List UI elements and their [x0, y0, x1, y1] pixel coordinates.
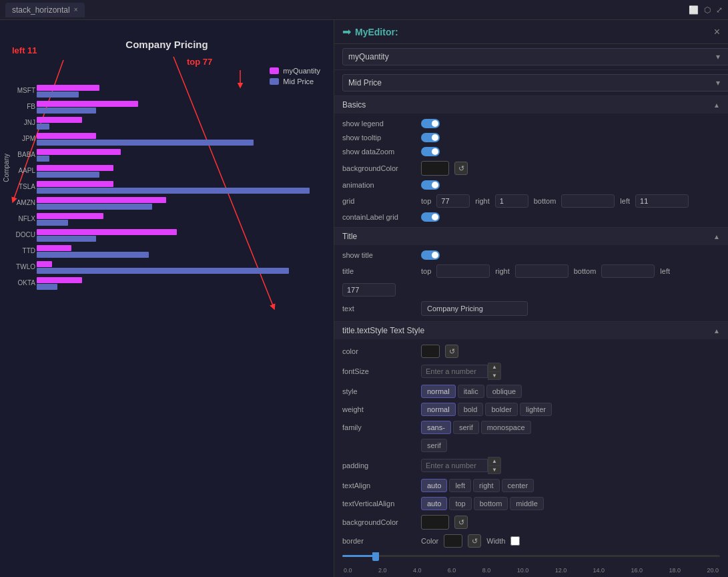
grid-top-input[interactable] — [436, 194, 470, 208]
bar-pink — [37, 181, 113, 187]
ts-textalign-row: textAlign auto left right center — [342, 479, 720, 492]
title-pos-row: title top right bottom left — [342, 264, 720, 297]
slider-tick-20: 20.0 — [707, 567, 719, 574]
bar-pink — [37, 165, 113, 171]
ts-weight-bold[interactable]: bold — [458, 403, 484, 416]
ts-bgcolor-label: backgroundColor — [342, 518, 416, 526]
chart-legend: myQuantity Mid Price — [270, 67, 320, 85]
bar-label: DOCU — [3, 228, 35, 242]
ts-padding-up[interactable]: ▲ — [488, 457, 501, 466]
contain-label-text: containLabel grid — [342, 213, 416, 221]
bar-purple — [37, 124, 49, 130]
ts-color-row: color ↺ — [342, 345, 720, 358]
ts-family-monospace[interactable]: monospace — [481, 421, 531, 434]
ts-tva-auto[interactable]: auto — [421, 497, 447, 510]
bar-row: OKTA — [37, 276, 327, 291]
slider-tick-0: 0.0 — [344, 567, 352, 574]
ts-style-oblique[interactable]: oblique — [486, 385, 522, 398]
ts-family-sans[interactable]: sans- — [421, 421, 451, 434]
ts-color-reset[interactable]: ↺ — [445, 345, 458, 358]
background-color-label: backgroundColor — [342, 164, 416, 172]
show-tooltip-toggle[interactable] — [421, 133, 440, 142]
ts-weight-bolder[interactable]: bolder — [485, 403, 518, 416]
title-right-input[interactable] — [515, 264, 569, 278]
contain-label-toggle[interactable] — [421, 212, 440, 222]
right-scroll-area[interactable]: Basics ▲ show legend show tooltip show d… — [334, 96, 728, 577]
show-datazoom-label: show dataZoom — [342, 148, 416, 156]
bar-row: DOCU — [37, 228, 327, 242]
ts-tva-top[interactable]: top — [449, 497, 471, 510]
ts-style-italic[interactable]: italic — [458, 385, 484, 398]
ts-family-serif-2[interactable]: serif — [421, 439, 447, 452]
bar-purple — [37, 140, 254, 146]
animation-row: animation — [342, 180, 720, 190]
ts-weight-lighter[interactable]: lighter — [520, 403, 552, 416]
ts-bgcolor-swatch[interactable] — [421, 515, 449, 530]
ts-style-normal[interactable]: normal — [421, 385, 456, 398]
animation-toggle[interactable] — [421, 180, 440, 190]
tab-close-icon[interactable]: × — [74, 6, 78, 13]
title-section: Title ▲ show title title top right bot — [334, 228, 728, 322]
ts-weight-normal[interactable]: normal — [421, 403, 456, 416]
show-title-toggle[interactable] — [421, 250, 440, 260]
ts-color-swatch[interactable] — [421, 345, 440, 358]
title-text-input[interactable] — [421, 301, 528, 316]
slider-track[interactable] — [342, 555, 720, 557]
popout-icon[interactable]: ⬡ — [704, 5, 711, 15]
ts-border-color-swatch[interactable] — [444, 534, 462, 548]
annotation-left: left 11 — [12, 45, 37, 55]
tab-stack-horizontal[interactable]: stack_horizontal × — [5, 3, 85, 17]
title-left-input[interactable] — [342, 283, 396, 297]
ts-textverticalalign-label: textVerticalAlign — [342, 500, 416, 508]
ts-family-serif[interactable]: serif — [453, 421, 479, 434]
background-color-reset[interactable]: ↺ — [454, 162, 468, 175]
bar-label: TTD — [3, 244, 35, 258]
grid-left-input[interactable] — [635, 194, 689, 208]
animation-label: animation — [342, 181, 416, 189]
ts-family-buttons: sans- serif monospace — [421, 421, 531, 434]
editor-close-button[interactable]: × — [714, 26, 720, 38]
title-bottom-input[interactable] — [601, 264, 655, 278]
series-select-2[interactable]: Mid Price — [342, 74, 728, 91]
ts-tva-middle[interactable]: middle — [510, 497, 543, 510]
bar-label: JNJ — [3, 116, 35, 130]
slider-labels: 0.0 2.0 4.0 6.0 8.0 10.0 12.0 14.0 16.0 … — [342, 567, 720, 574]
ts-fontsize-down[interactable]: ▼ — [488, 372, 501, 381]
ts-family-row: family sans- serif monospace — [342, 421, 720, 434]
ts-bgcolor-reset[interactable]: ↺ — [454, 516, 468, 529]
show-legend-toggle[interactable] — [421, 119, 440, 128]
ts-ta-auto[interactable]: auto — [421, 479, 447, 492]
slider-tick-18: 18.0 — [669, 567, 681, 574]
title-top-input[interactable] — [436, 264, 490, 278]
ts-style-row: style normal italic oblique — [342, 385, 720, 398]
grid-row: grid top right bottom left — [342, 194, 720, 208]
grid-right-input[interactable] — [495, 194, 528, 208]
basics-section-header[interactable]: Basics ▲ — [334, 96, 728, 114]
slider-tick-8: 8.0 — [482, 567, 491, 574]
ts-ta-right[interactable]: right — [473, 479, 499, 492]
background-color-swatch[interactable] — [421, 161, 449, 176]
ts-ta-center[interactable]: center — [502, 479, 534, 492]
ts-tva-bottom[interactable]: bottom — [474, 497, 508, 510]
grid-bottom-input[interactable] — [561, 194, 615, 208]
ts-stepper-buttons: ▲ ▼ — [488, 363, 501, 380]
show-datazoom-toggle[interactable] — [421, 147, 440, 156]
ts-ta-left[interactable]: left — [449, 479, 471, 492]
title-section-header[interactable]: Title ▲ — [334, 228, 728, 245]
series-dropdown-row-1: myQuantity ▾ — [334, 44, 728, 70]
ts-border-color-reset[interactable]: ↺ — [468, 534, 481, 548]
show-legend-label: show legend — [342, 120, 416, 128]
ts-fontsize-input[interactable] — [421, 365, 488, 378]
ts-border-label: border — [342, 537, 416, 545]
ts-padding-input[interactable] — [421, 459, 488, 472]
ts-border-width-check[interactable] — [510, 536, 520, 546]
series-select-1[interactable]: myQuantity — [342, 48, 728, 65]
slider-thumb[interactable] — [372, 552, 379, 561]
ts-fontsize-up[interactable]: ▲ — [488, 363, 501, 372]
restore-icon[interactable]: ⬜ — [689, 5, 699, 15]
text-style-section-header[interactable]: title.textStyle Text Style ▲ — [334, 322, 728, 339]
ts-padding-label: padding — [342, 461, 416, 469]
editor-header: ➡ MyEditor: × — [334, 20, 728, 44]
ts-padding-down[interactable]: ▼ — [488, 466, 501, 475]
maximize-icon[interactable]: ⤢ — [716, 5, 723, 15]
